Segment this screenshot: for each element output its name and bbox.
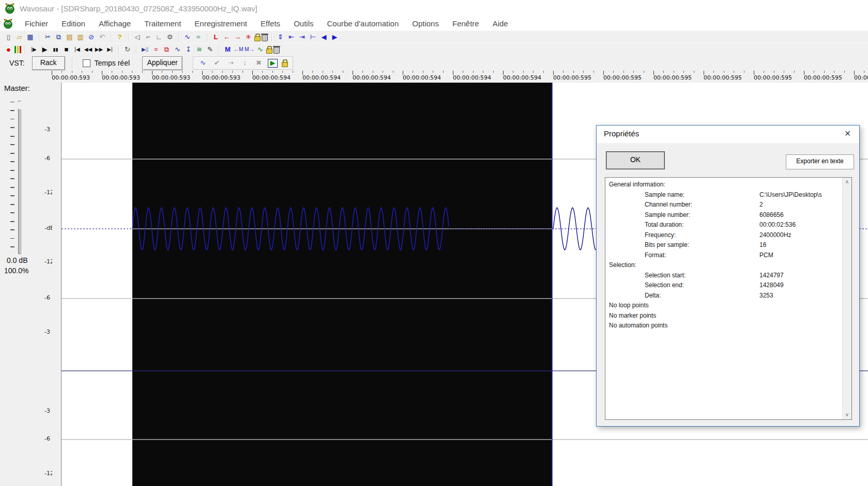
dialog-titlebar[interactable]: Propriétés ×: [597, 126, 859, 143]
ruler-timestamp: 00:00:00:594: [252, 74, 291, 81]
loop-playback-icon[interactable]: ↻: [123, 45, 132, 54]
previous-marker-icon[interactable]: ←M: [234, 45, 243, 54]
lock-automation-icon[interactable]: [282, 62, 288, 67]
copy-icon[interactable]: ⧉: [54, 33, 64, 42]
waveform-select-icon[interactable]: ≈: [193, 33, 203, 42]
volume-slider-track[interactable]: [18, 101, 21, 254]
fast-forward-icon[interactable]: ▶▶: [94, 45, 104, 54]
delete-markers-icon[interactable]: [273, 47, 280, 54]
menu-item[interactable]: Aide: [486, 18, 515, 29]
listbox-scrollbar[interactable]: ˄ ˅: [842, 178, 851, 419]
loop-end-icon[interactable]: →: [233, 33, 242, 42]
level-meter-icon[interactable]: [14, 46, 21, 53]
save-file-icon[interactable]: ▦: [25, 33, 35, 42]
menu-item[interactable]: Options: [405, 18, 446, 29]
ok-button[interactable]: OK: [606, 151, 665, 169]
paste-special-icon[interactable]: ▥: [75, 33, 85, 42]
property-value: 2400000Hz: [759, 231, 842, 239]
menu-items: FichierEditionAffichageTraitementEnregis…: [18, 18, 515, 29]
next-view-icon[interactable]: ▶: [330, 33, 340, 42]
connector-icon[interactable]: ⌐: [143, 33, 153, 42]
property-label: Bits per sample:: [645, 241, 689, 248]
ruler-timestamp: 00:00:00:595: [754, 74, 792, 81]
previous-view-icon[interactable]: ◀: [319, 33, 329, 42]
record-icon[interactable]: ●: [4, 45, 13, 54]
zoom-fit-icon[interactable]: ⊢: [308, 33, 318, 42]
menu-item[interactable]: Traitement: [138, 18, 188, 29]
menu-item[interactable]: Outils: [287, 18, 320, 29]
scroll-down-icon[interactable]: ˅: [843, 411, 851, 419]
loop-wave-icon[interactable]: ✳: [243, 33, 253, 42]
settings-wrench-icon[interactable]: ⚙: [165, 33, 175, 42]
play-automation-icon[interactable]: ▶: [268, 59, 278, 68]
waveform-vertical-zoom-icon[interactable]: ∿: [182, 33, 192, 42]
loop-start-icon[interactable]: ←: [222, 33, 232, 42]
trim-icon[interactable]: ⊘: [86, 33, 96, 42]
time-ruler[interactable]: 00:00:00:59300:00:00:59300:00:00:59300:0…: [0, 71, 868, 83]
close-icon[interactable]: ×: [836, 126, 859, 142]
menu-item[interactable]: Fenêtre: [446, 18, 486, 29]
menu-item[interactable]: Enregistrement: [188, 18, 254, 29]
stop-icon[interactable]: ■: [62, 45, 71, 54]
open-file-icon[interactable]: ▱: [14, 33, 24, 42]
paste-icon[interactable]: ▤: [65, 33, 74, 42]
db-scale-label: -3: [44, 126, 52, 133]
statistics-icon[interactable]: ≈: [151, 45, 161, 54]
insert-file-icon[interactable]: ▶▯: [140, 45, 150, 54]
property-label: No marker points: [609, 312, 656, 319]
rewind-icon[interactable]: ◀◀: [83, 45, 93, 54]
selection-region: [132, 83, 552, 486]
marker-icon[interactable]: M: [223, 45, 233, 54]
zoom-vertical-icon[interactable]: ⇕: [276, 33, 285, 42]
realtime-checkbox[interactable]: [83, 59, 90, 67]
cut-icon[interactable]: ✂: [43, 33, 53, 42]
monitor-speaker-icon[interactable]: ◁: [132, 33, 142, 42]
resample-icon[interactable]: ≋: [194, 45, 204, 54]
insert-silence-icon[interactable]: ↧: [184, 45, 193, 54]
rack-button[interactable]: Rack: [32, 56, 65, 70]
property-row: Sample name: C:\Users\JP\Desktop\s: [605, 191, 843, 201]
marker-region-icon[interactable]: ∿: [255, 45, 265, 54]
menu-item[interactable]: Affichage: [92, 18, 138, 29]
menu-item[interactable]: Fichier: [18, 18, 55, 29]
apply-curve-icon[interactable]: ✔: [212, 58, 222, 68]
play-icon[interactable]: ▶: [40, 45, 50, 54]
apply-button[interactable]: Appliquer: [142, 56, 182, 70]
menu-item[interactable]: Effets: [254, 18, 287, 29]
go-to-start-icon[interactable]: |◀: [72, 45, 82, 54]
menubar: FichierEditionAffichageTraitementEnregis…: [0, 17, 868, 30]
stretch-wave-icon[interactable]: ∿: [173, 45, 182, 54]
properties-listbox[interactable]: General information: Sample name: C:\Use…: [605, 177, 852, 420]
scroll-up-icon[interactable]: ˄: [843, 178, 851, 186]
delete-loop-icon[interactable]: [262, 35, 268, 41]
move-points-icon[interactable]: ⇢: [226, 58, 236, 68]
go-to-end-icon[interactable]: ▶|: [105, 45, 115, 54]
volume-slider-handle[interactable]: [14, 101, 32, 109]
next-marker-icon[interactable]: M→: [245, 45, 254, 54]
new-file-icon[interactable]: ▯: [4, 33, 13, 42]
draw-wave-icon[interactable]: ✎: [205, 45, 215, 54]
zoom-selection-left-icon[interactable]: ⇤: [286, 33, 296, 42]
lock-loop-icon[interactable]: [254, 36, 261, 41]
property-row: No loop points: [605, 302, 843, 312]
vst-label: VST:: [9, 59, 25, 67]
zoom-selection-right-icon[interactable]: ⇥: [297, 33, 307, 42]
automation-curve-icon[interactable]: ∿: [198, 58, 208, 68]
delete-points-icon[interactable]: ✖: [254, 58, 264, 68]
export-text-button[interactable]: Exporter en texte: [786, 154, 854, 169]
pause-icon[interactable]: ▮▮: [51, 45, 60, 54]
menu-item[interactable]: Courbe d'automation: [320, 18, 405, 29]
routing-icon[interactable]: ∟: [154, 33, 164, 42]
menu-item[interactable]: Edition: [55, 18, 92, 29]
undo-icon[interactable]: ↶: [97, 33, 107, 42]
scale-points-icon[interactable]: ↕: [240, 58, 250, 68]
properties-dialog: Propriétés × OK Exporter en texte Genera…: [596, 125, 860, 427]
help-icon[interactable]: ?: [115, 33, 125, 42]
master-panel: Master: 0.0 dB 100.0%: [0, 83, 61, 486]
lock-markers-icon[interactable]: [266, 49, 272, 54]
property-row: Sample number: 6086656: [605, 211, 843, 222]
play-from-cursor-icon[interactable]: |▶: [29, 45, 39, 54]
loop-point-icon[interactable]: L: [211, 33, 221, 42]
duplicate-icon[interactable]: ⧉: [162, 45, 172, 54]
toolbar-separator: [109, 33, 113, 42]
